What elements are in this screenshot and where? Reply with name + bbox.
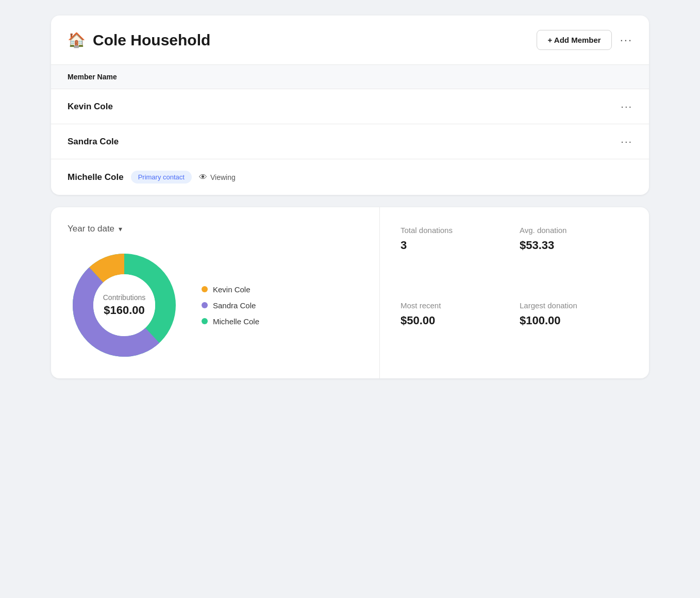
sandra-more-icon[interactable]: ··· <box>621 136 632 147</box>
member-row-sandra: Sandra Cole ··· <box>51 124 649 159</box>
donut-chart: Contributions $160.00 <box>68 248 181 362</box>
member-row-michelle: Michelle Cole Primary contact 👁 Viewing <box>51 159 649 195</box>
stats-card: Year to date ▾ <box>51 207 649 378</box>
member-name-sandra: Sandra Cole <box>68 137 119 147</box>
chart-legend: Kevin Cole Sandra Cole Michelle Cole <box>202 285 259 326</box>
most-recent-value: $50.00 <box>401 314 509 327</box>
more-options-icon[interactable]: ··· <box>620 34 632 47</box>
viewing-badge: 👁 Viewing <box>199 173 236 182</box>
year-to-date-selector[interactable]: Year to date ▾ <box>68 224 363 234</box>
eye-icon: 👁 <box>199 173 207 182</box>
total-donations-label: Total donations <box>401 226 509 235</box>
member-info-kevin: Kevin Cole <box>68 102 113 112</box>
member-info-sandra: Sandra Cole <box>68 137 119 147</box>
table-header-row: Member Name <box>51 64 649 89</box>
household-title: Cole Household <box>93 31 210 49</box>
avg-donation-value: $53.33 <box>520 239 628 252</box>
avg-donation-label: Avg. donation <box>520 226 628 235</box>
largest-donation-value: $100.00 <box>520 314 628 327</box>
michelle-legend-dot <box>202 318 208 324</box>
stat-total-donations: Total donations 3 <box>401 226 509 285</box>
largest-donation-label: Largest donation <box>520 301 628 310</box>
primary-contact-badge: Primary contact <box>131 171 192 184</box>
legend-item-sandra: Sandra Cole <box>202 301 259 310</box>
stat-avg-donation: Avg. donation $53.33 <box>520 226 628 285</box>
main-wrapper: 🏠 Cole Household + Add Member ··· Member… <box>51 15 649 378</box>
add-member-button[interactable]: + Add Member <box>537 30 611 50</box>
sandra-legend-name: Sandra Cole <box>213 301 256 310</box>
legend-item-michelle: Michelle Cole <box>202 317 259 326</box>
household-card: 🏠 Cole Household + Add Member ··· Member… <box>51 15 649 195</box>
viewing-label: Viewing <box>210 173 236 181</box>
household-header: 🏠 Cole Household + Add Member ··· <box>51 15 649 64</box>
chart-area: Contributions $160.00 Kevin Cole Sandra … <box>68 248 363 362</box>
stats-section: Total donations 3 Avg. donation $53.33 M… <box>380 207 649 378</box>
contributions-amount: $160.00 <box>103 304 146 317</box>
chart-section: Year to date ▾ <box>51 207 380 378</box>
contributions-label: Contributions <box>103 293 146 302</box>
legend-item-kevin: Kevin Cole <box>202 285 259 294</box>
kevin-more-icon[interactable]: ··· <box>621 101 632 112</box>
member-info-michelle: Michelle Cole Primary contact 👁 Viewing <box>68 171 236 184</box>
member-name-column-header: Member Name <box>68 73 117 81</box>
chevron-down-icon: ▾ <box>119 225 122 233</box>
total-donations-value: 3 <box>401 239 509 252</box>
kevin-legend-name: Kevin Cole <box>213 285 251 294</box>
year-to-date-label: Year to date <box>68 224 114 234</box>
most-recent-label: Most recent <box>401 301 509 310</box>
michelle-legend-name: Michelle Cole <box>213 317 259 326</box>
member-name-michelle: Michelle Cole <box>68 172 124 182</box>
donut-center: Contributions $160.00 <box>103 293 146 317</box>
kevin-legend-dot <box>202 286 208 292</box>
sandra-legend-dot <box>202 302 208 308</box>
stat-largest-donation: Largest donation $100.00 <box>520 301 628 360</box>
stat-most-recent: Most recent $50.00 <box>401 301 509 360</box>
member-name-kevin: Kevin Cole <box>68 102 113 112</box>
header-actions: + Add Member ··· <box>537 30 632 50</box>
household-title-group: 🏠 Cole Household <box>68 31 210 49</box>
house-icon: 🏠 <box>68 31 86 48</box>
member-row-kevin: Kevin Cole ··· <box>51 89 649 124</box>
